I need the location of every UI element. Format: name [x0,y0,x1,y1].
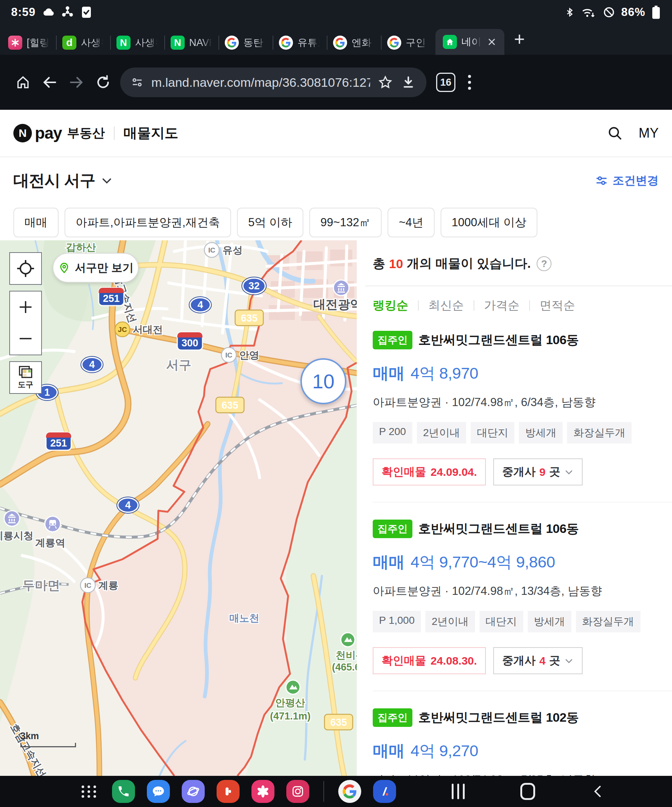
new-tab-button[interactable]: + [514,30,525,48]
tab-naver-land-active[interactable]: 네이 [435,29,504,55]
samsung-internet-app-icon[interactable] [182,780,205,803]
filter-chip-price[interactable]: 5억 이하 [237,208,304,237]
listing-card[interactable]: 집주인 호반써밋그랜드센트럴 106동 매매 4억 9,770~4억 9,860… [373,503,672,691]
listing-title[interactable]: 호반써밋그랜드센트럴 102동 [418,709,579,726]
listing-title[interactable]: 호반써밋그랜드센트럴 106동 [418,520,579,537]
chevron-down-icon[interactable] [101,174,113,187]
sort-area[interactable]: 면적순 [539,297,575,314]
expwy-251-shield-a: 251 [99,288,124,306]
svg-text:계룡역: 계룡역 [35,537,65,548]
filter-chip-area[interactable]: 99~132㎡ [309,208,382,237]
status-bar: 8:59 86% [0,0,672,22]
url-text[interactable]: m.land.naver.com/map/36.3081076:127.382 [151,75,370,90]
tab-yen[interactable]: 엔화 [327,30,381,55]
naver-favicon: N [171,36,185,50]
filter-chip-age[interactable]: ~4년 [388,208,434,237]
reload-button[interactable] [90,69,116,96]
zoom-in-button[interactable] [9,291,42,324]
phone-app-icon[interactable] [112,780,135,803]
filter-area: 대전시 서구 조건변경 매매 아파트,아파트분양권,재건축 5억 이하 99~1… [0,157,672,237]
tab-dongtan[interactable]: 동탄 [219,30,273,55]
sort-newest[interactable]: 최신순 [428,297,464,314]
route-635-shield-c: 635 [325,714,353,730]
listing-title[interactable]: 호반써밋그랜드센트럴 106동 [418,332,579,349]
close-tab-icon[interactable] [486,37,497,47]
listing-cluster-marker[interactable]: 10 [300,358,347,404]
condition-change-button[interactable]: 조건변경 [595,173,659,188]
agents-dropdown[interactable]: 중개사 9 곳 [493,458,582,485]
tab-privacy-2[interactable]: N 사생활 [111,30,165,55]
tab-naver[interactable]: N NAVER [165,30,219,55]
tab-jobs[interactable]: 구인 [381,30,435,55]
browser-menu-icon[interactable] [468,75,471,90]
map-tools-button[interactable]: 도구 [9,361,42,394]
weather-cloud-icon [41,5,55,19]
filter-chip-type[interactable]: 아파트,아파트분양권,재건축 [65,208,231,237]
trade-type: 매매 [373,551,405,573]
bookmark-star-icon[interactable] [378,75,393,90]
camera-app-icon[interactable] [286,780,309,803]
home-button[interactable] [10,69,37,96]
svg-text:635: 635 [221,400,238,411]
help-icon[interactable]: ? [537,256,551,271]
district-only-button[interactable]: 서구만 보기 [53,253,139,282]
summary-suffix: 개의 매물이 있습니다. [407,255,531,272]
naver-land-favicon [443,35,457,49]
app-drawer-icon[interactable] [81,785,97,798]
zoom-out-button[interactable] [9,323,42,355]
current-location-button[interactable] [9,252,42,285]
logo-section-text[interactable]: 부동산 [67,125,105,142]
messages-app-icon[interactable] [147,780,170,803]
flower-app-icon[interactable] [251,780,274,803]
chevron-down-icon [564,467,574,477]
tab-privacy-1[interactable]: d 사생활 [56,30,111,55]
forward-button[interactable] [63,69,90,96]
blue-app-icon[interactable] [373,780,396,803]
logo-pay-text[interactable]: pay [35,124,62,143]
header-divider [114,126,114,140]
recents-key[interactable] [452,784,465,799]
interruption-blocked-icon [603,6,615,18]
svg-text:4: 4 [125,500,131,511]
agent-unit: 곳 [549,653,560,668]
red-app-icon[interactable] [217,780,240,803]
district-map[interactable]: 갑하산 (468.7m) IC 유성 32 [0,240,357,776]
google-app-icon[interactable] [338,780,361,803]
listing-card[interactable]: 집주인 호반써밋그랜드센트럴 102동 매매 4억 9,270 아파트분양권 ·… [373,691,672,776]
agents-dropdown[interactable]: 중개사 4 곳 [493,647,582,674]
back-key[interactable] [591,784,606,799]
tab-youtube[interactable]: 유튜브 [273,30,327,55]
filter-chip-households[interactable]: 1000세대 이상 [441,208,538,237]
region-selector[interactable]: 대전시 서구 [13,170,95,191]
svg-text:4: 4 [197,299,203,311]
tab-healing[interactable]: [힐링 [2,30,56,55]
confirm-label: 확인매물 [382,464,426,480]
listing-description: 아파트분양권 · 102/74.98㎡, 5/35층, 남동향 [373,772,672,776]
sort-ranking[interactable]: 랭킹순 [373,297,408,314]
url-bar[interactable]: m.land.naver.com/map/36.3081076:127.382 [120,68,426,97]
filter-chip-trade[interactable]: 매매 [13,208,59,237]
svg-text:대전광역시: 대전광역시 [314,297,357,311]
tag: 2년이내 [417,422,466,443]
listing-panel: 총 10 개의 매물이 있습니다. ? 랭킹순 최신순 가격순 면적순 [365,240,672,776]
my-menu[interactable]: MY [639,125,659,141]
back-button[interactable] [37,69,63,96]
tab-count-button[interactable]: 16 [436,73,455,92]
battery-percent: 86% [621,5,645,19]
agent-count: 9 [539,466,546,478]
confirm-date: 24.08.30. [431,654,477,667]
home-key[interactable] [520,783,535,800]
svg-text:300: 300 [181,337,198,349]
download-icon[interactable] [400,75,416,90]
route-635-shield-a: 635 [235,310,263,325]
site-settings-icon[interactable] [131,76,144,89]
expwy-251-shield-b: 251 [46,432,71,450]
owner-badge: 집주인 [373,331,412,349]
sort-price[interactable]: 가격순 [484,297,519,314]
naver-pay-logo-icon[interactable]: N [13,124,32,143]
search-icon[interactable] [607,125,623,141]
listing-card[interactable]: 집주인 호반써밋그랜드센트럴 106동 매매 4억 8,970 아파트분양권 ·… [373,314,672,503]
route-635-shield-b: 635 [216,397,244,413]
agent-label: 중개사 [502,464,536,480]
ic-gyeryong-marker: IC 계룡 [80,578,118,593]
